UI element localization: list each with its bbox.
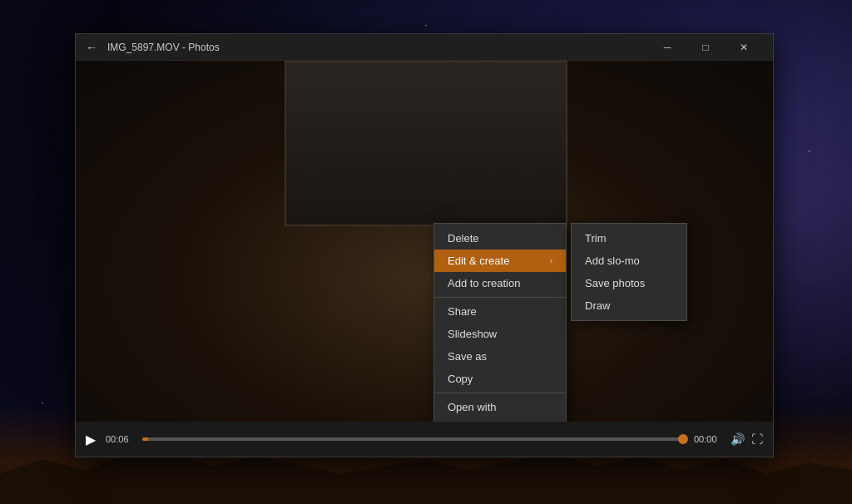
submenu-item-save-photos-label: Save photos: [585, 277, 645, 289]
menu-item-save-as-label: Save as: [448, 350, 487, 363]
submenu-item-draw[interactable]: Draw: [572, 294, 686, 317]
time-current: 00:06: [106, 434, 136, 444]
play-button[interactable]: ▶: [86, 432, 96, 447]
menu-item-share[interactable]: Share: [434, 300, 566, 323]
submenu-item-save-photos[interactable]: Save photos: [572, 272, 686, 294]
submenu-item-add-slomo[interactable]: Add slo-mo: [572, 250, 686, 272]
menu-item-copy-label: Copy: [448, 373, 473, 385]
menu-item-copy[interactable]: Copy: [434, 368, 566, 390]
close-button[interactable]: ✕: [725, 34, 763, 61]
photos-window: ← IMG_5897.MOV - Photos ─ □ ✕ Delete Edi…: [75, 33, 774, 457]
video-area[interactable]: Delete Edit & create › Add to creation S…: [76, 61, 773, 422]
menu-item-slideshow-label: Slideshow: [448, 328, 497, 340]
maximize-button[interactable]: □: [686, 34, 725, 61]
window-controls: ─ □ ✕: [648, 34, 763, 61]
submenu-item-draw-label: Draw: [585, 299, 610, 312]
menu-item-slideshow[interactable]: Slideshow: [434, 323, 566, 345]
progress-bar[interactable]: [142, 437, 687, 441]
submenu-item-add-slomo-label: Add slo-mo: [585, 254, 640, 267]
menu-item-share-label: Share: [448, 305, 477, 318]
minimize-button[interactable]: ─: [648, 34, 686, 61]
context-menu: Delete Edit & create › Add to creation S…: [433, 223, 567, 422]
menu-item-delete-label: Delete: [448, 232, 479, 245]
menu-item-delete[interactable]: Delete: [434, 227, 566, 250]
titlebar: ← IMG_5897.MOV - Photos ─ □ ✕: [76, 34, 773, 61]
menu-item-add-creation[interactable]: Add to creation: [434, 272, 566, 294]
menu-divider-2: [434, 393, 566, 393]
submenu: Trim Add slo-mo Save photos Draw: [571, 223, 687, 321]
menu-item-edit-create-label: Edit & create: [448, 254, 509, 267]
fullscreen-button[interactable]: ⛶: [751, 432, 763, 446]
menu-item-save-as[interactable]: Save as: [434, 345, 566, 368]
menu-divider-1: [434, 297, 566, 298]
submenu-item-trim-label: Trim: [585, 232, 607, 245]
volume-button[interactable]: 🔊: [731, 432, 745, 446]
back-button[interactable]: ←: [86, 41, 97, 54]
menu-item-add-creation-label: Add to creation: [448, 277, 520, 289]
menu-item-open-folder[interactable]: Open folder: [434, 418, 566, 422]
submenu-arrow-icon: ›: [550, 256, 552, 265]
menu-item-edit-create[interactable]: Edit & create ›: [434, 250, 566, 272]
time-total: 00:00: [694, 434, 724, 444]
controls-bar: ▶ 00:06 00:00 🔊 ⛶: [76, 422, 773, 457]
menu-item-open-with-label: Open with: [448, 401, 497, 413]
progress-fill: [142, 437, 148, 441]
progress-thumb[interactable]: [678, 434, 688, 444]
menu-item-open-with[interactable]: Open with: [434, 396, 566, 418]
window-title: IMG_5897.MOV - Photos: [107, 42, 648, 53]
submenu-item-trim[interactable]: Trim: [572, 227, 686, 250]
